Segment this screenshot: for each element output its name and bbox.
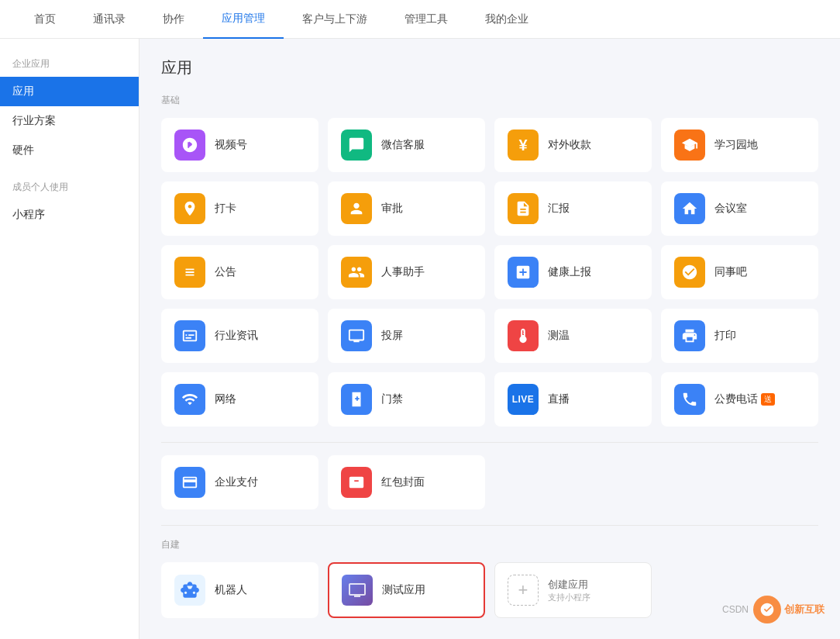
sidebar-item-apps[interactable]: 应用 (0, 77, 139, 106)
app-name-screen: 投屏 (381, 329, 403, 343)
nav-item-company[interactable]: 我的企业 (466, 0, 547, 39)
phone-badge: 送 (761, 393, 775, 406)
sidebar-item-industry[interactable]: 行业方案 (0, 106, 139, 136)
app-name-approval: 审批 (381, 202, 403, 216)
app-card-colleague[interactable]: 同事吧 (661, 245, 818, 299)
app-card-print[interactable]: 打印 (661, 309, 818, 363)
meeting-icon (674, 193, 705, 224)
app-card-checkin[interactable]: 打卡 (161, 181, 318, 236)
watermark: CSDN 创新互联 (722, 596, 825, 623)
page-title: 应用 (161, 57, 818, 78)
sidebar-item-miniapp[interactable]: 小程序 (0, 200, 139, 230)
app-card-meeting[interactable]: 会议室 (661, 181, 818, 236)
nav-item-app-mgmt[interactable]: 应用管理 (203, 0, 284, 39)
report-icon (508, 193, 539, 224)
custom-app-grid: 机器人 测试应用 + 创建应用 支持小程序 (161, 562, 818, 618)
divider-custom (161, 525, 818, 526)
learning-icon (674, 130, 705, 161)
app-card-temp[interactable]: 测温 (494, 309, 652, 363)
app-card-door[interactable]: 门禁 (328, 372, 485, 427)
payment-icon: ¥ (508, 130, 539, 161)
watermark-logo (753, 596, 781, 623)
app-card-report[interactable]: 汇报 (494, 181, 652, 236)
app-card-redpack[interactable]: 红包封面 (328, 455, 485, 509)
wechat-service-icon (341, 130, 372, 161)
door-icon (341, 384, 372, 415)
temp-icon (508, 320, 539, 351)
app-card-network[interactable]: 网络 (161, 372, 318, 427)
app-name-redpack: 红包封面 (381, 475, 425, 489)
nav-item-contacts[interactable]: 通讯录 (74, 0, 144, 39)
app-name-live: 直播 (548, 392, 570, 406)
colleague-icon (674, 257, 705, 288)
nav-item-tools[interactable]: 管理工具 (386, 0, 466, 39)
app-card-live[interactable]: LIVE 直播 (494, 372, 652, 427)
app-name-hr: 人事助手 (381, 265, 425, 279)
create-labels: 创建应用 支持小程序 (548, 578, 590, 603)
pay-icon (174, 467, 205, 498)
checkin-icon (174, 193, 205, 224)
basic-app-grid: 视频号 微信客服 ¥ 对外收款 学习园地 (161, 118, 818, 427)
app-name-industry-news: 行业资讯 (215, 329, 258, 343)
divider-extra (161, 442, 818, 443)
app-name-payment: 对外收款 (548, 138, 591, 152)
app-card-screen[interactable]: 投屏 (328, 309, 485, 363)
nav-item-home[interactable]: 首页 (15, 0, 74, 39)
create-sublabel: 支持小程序 (548, 592, 590, 603)
app-name-phone: 公费电话 (714, 392, 758, 406)
app-card-robot[interactable]: 机器人 (161, 562, 318, 618)
app-name-wechat-service: 微信客服 (381, 138, 425, 152)
video-icon (174, 130, 205, 161)
app-name-video: 视频号 (215, 138, 247, 152)
robot-icon (174, 575, 205, 606)
watermark-csdn: CSDN (722, 604, 749, 615)
network-icon (174, 384, 205, 415)
content-area: 应用 基础 视频号 微信客服 ¥ (139, 39, 840, 639)
app-card-industry-news[interactable]: 行业资讯 (161, 309, 318, 363)
app-card-notice[interactable]: 公告 (161, 245, 318, 299)
app-name-meeting: 会议室 (714, 202, 747, 216)
app-name-colleague: 同事吧 (714, 265, 747, 279)
top-nav: 首页 通讯录 协作 应用管理 客户与上下游 管理工具 我的企业 (0, 0, 840, 39)
app-card-wechat-service[interactable]: 微信客服 (328, 118, 485, 172)
notice-icon (174, 257, 205, 288)
approval-icon (341, 193, 372, 224)
app-name-door: 门禁 (381, 392, 403, 406)
app-card-hr[interactable]: 人事助手 (328, 245, 485, 299)
app-name-notice: 公告 (215, 265, 236, 279)
sidebar-section-enterprise: 企业应用 (0, 51, 139, 77)
app-name-learning: 学习园地 (714, 138, 758, 152)
app-name-health: 健康上报 (548, 265, 591, 279)
create-icon: + (508, 575, 539, 606)
print-icon (674, 320, 705, 351)
app-name-temp: 测温 (548, 329, 570, 343)
screen-icon (341, 320, 372, 351)
app-name-network: 网络 (215, 392, 236, 406)
health-icon (508, 257, 539, 288)
app-name-report: 汇报 (548, 202, 570, 216)
sidebar: 企业应用 应用 行业方案 硬件 成员个人使用 小程序 (0, 39, 139, 639)
create-app-card[interactable]: + 创建应用 支持小程序 (494, 562, 652, 618)
app-card-phone[interactable]: 公费电话 送 (661, 372, 818, 427)
app-card-approval[interactable]: 审批 (328, 181, 485, 236)
industry-news-icon (174, 320, 205, 351)
app-name-testapp: 测试应用 (382, 583, 425, 597)
app-card-pay[interactable]: 企业支付 (161, 455, 318, 509)
extra-app-grid: 企业支付 红包封面 (161, 455, 818, 509)
sidebar-item-hardware[interactable]: 硬件 (0, 136, 139, 165)
basic-section-label: 基础 (161, 94, 818, 107)
main-layout: 企业应用 应用 行业方案 硬件 成员个人使用 小程序 应用 基础 视频号 微信客 (0, 39, 840, 639)
app-card-video[interactable]: 视频号 (161, 118, 318, 172)
app-name-pay: 企业支付 (215, 475, 258, 489)
sidebar-section-personal: 成员个人使用 (0, 174, 139, 200)
hr-icon (341, 257, 372, 288)
custom-section-label: 自建 (161, 538, 818, 551)
redpack-icon (341, 467, 372, 498)
phone-icon (674, 384, 705, 415)
app-card-learning[interactable]: 学习园地 (661, 118, 818, 172)
app-card-testapp[interactable]: 测试应用 (328, 562, 485, 618)
nav-item-customers[interactable]: 客户与上下游 (284, 0, 386, 39)
nav-item-collab[interactable]: 协作 (144, 0, 203, 39)
app-card-payment[interactable]: ¥ 对外收款 (494, 118, 652, 172)
app-card-health[interactable]: 健康上报 (494, 245, 652, 299)
